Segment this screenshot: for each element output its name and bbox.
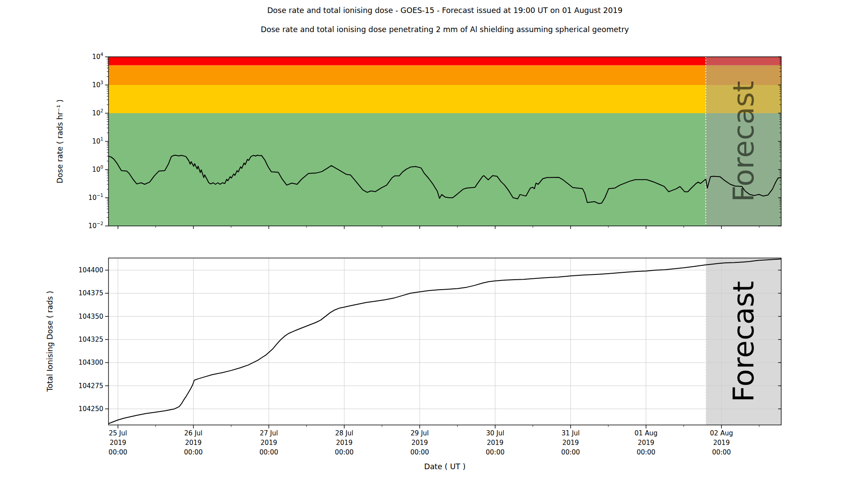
plots-canvas: ForecastForecast10410310210110010−110−21… <box>0 0 868 477</box>
date-tick-label: 28 Jul <box>335 429 353 437</box>
dose-rate-tick-label: 103 <box>92 80 103 89</box>
green-band <box>108 113 781 226</box>
date-tick-label: 27 Jul <box>260 429 278 437</box>
dose-rate-tick-label: 100 <box>92 164 103 173</box>
date-tick-label: 2019 <box>713 439 730 447</box>
dose-rate-tick-label: 10−2 <box>88 221 103 230</box>
date-tick-label: 00:00 <box>108 448 127 456</box>
date-tick-label: 31 Jul <box>562 429 580 437</box>
total-dose-tick-label: 104275 <box>79 382 103 390</box>
forecast-watermark-top: Forecast <box>727 81 760 202</box>
yellow-band <box>108 85 781 113</box>
red-band <box>108 57 781 65</box>
total-dose-tick-label: 104250 <box>79 405 103 413</box>
date-tick-label: 00:00 <box>184 448 203 456</box>
total-dose-tick-label: 104325 <box>79 336 103 343</box>
date-tick-label: 2019 <box>110 439 126 447</box>
orange-band <box>108 65 781 85</box>
figure: Dose rate and total ionising dose - GOES… <box>0 0 868 477</box>
forecast-watermark-bottom: Forecast <box>727 281 760 402</box>
date-tick-label: 25 Jul <box>109 429 127 437</box>
date-tick-label: 2019 <box>260 439 277 447</box>
total-dose-curve <box>108 259 781 424</box>
dose-rate-tick-label: 101 <box>92 136 103 145</box>
date-tick-label: 2019 <box>411 439 428 447</box>
total-dose-tick-label: 104400 <box>79 266 103 274</box>
date-tick-label: 00:00 <box>260 448 278 456</box>
total-dose-tick-label: 104350 <box>79 313 103 320</box>
date-tick-label: 2019 <box>487 439 503 447</box>
total-dose-tick-label: 104300 <box>79 359 103 366</box>
date-tick-label: 29 Jul <box>411 429 429 437</box>
date-tick-label: 00:00 <box>712 448 731 456</box>
dose-rate-tick-label: 102 <box>92 108 103 117</box>
dose-rate-tick-label: 104 <box>92 52 103 61</box>
date-tick-label: 00:00 <box>335 448 354 456</box>
date-tick-label: 02 Aug <box>710 429 733 437</box>
date-tick-label: 2019 <box>562 439 579 447</box>
date-tick-label: 00:00 <box>637 448 655 456</box>
date-tick-label: 2019 <box>185 439 201 447</box>
date-tick-label: 00:00 <box>486 448 504 456</box>
date-tick-label: 00:00 <box>410 448 429 456</box>
date-tick-label: 00:00 <box>561 448 580 456</box>
total-dose-plot-frame <box>108 258 781 425</box>
date-tick-label: 30 Jul <box>486 429 504 437</box>
dose-rate-tick-label: 10−1 <box>88 193 103 202</box>
date-tick-label: 01 Aug <box>635 429 658 437</box>
date-tick-label: 2019 <box>638 439 654 447</box>
date-tick-label: 26 Jul <box>184 429 203 437</box>
total-dose-tick-label: 104375 <box>79 289 103 297</box>
date-tick-label: 2019 <box>336 439 352 447</box>
